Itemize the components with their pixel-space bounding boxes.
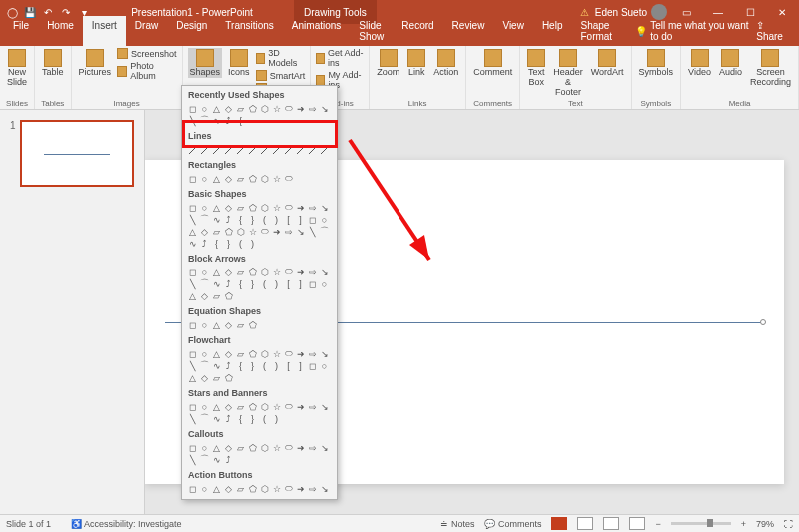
3d-models-button[interactable]: 3D Models [256,48,306,68]
shape-option[interactable]: ◻ [187,319,198,330]
shape-option[interactable]: ⤴ [223,454,234,465]
shape-option[interactable]: ○ [199,348,210,359]
shape-option[interactable]: } [247,278,258,289]
shape-option[interactable]: ➜ [295,442,306,453]
shape-option[interactable]: ⬡ [259,266,270,277]
tab-shape-format[interactable]: Shape Format [571,16,621,46]
shape-option[interactable] [247,144,258,155]
shape-option[interactable]: ◇ [223,103,234,114]
shape-option[interactable]: ⬡ [259,202,270,213]
shape-option[interactable]: } [247,360,258,371]
icons-button[interactable]: Icons [226,48,252,78]
shape-option[interactable]: ⇨ [307,348,318,359]
symbols-button[interactable]: Symbols [637,48,676,78]
shape-option[interactable]: ╲ [187,115,198,126]
shape-option[interactable]: ⬭ [283,173,294,184]
shape-option[interactable]: ○ [319,278,330,289]
shape-option[interactable]: ➜ [295,202,306,213]
shape-option[interactable]: ⬭ [283,442,294,453]
shape-option[interactable]: ⌒ [319,226,330,237]
shape-option[interactable]: { [235,413,246,424]
normal-view-button[interactable] [551,517,567,530]
shape-option[interactable]: ( [259,214,270,225]
slideshow-view-button[interactable] [629,517,645,530]
zoom-in-button[interactable]: + [741,519,746,529]
link-button[interactable]: Link [405,48,427,78]
shape-option[interactable]: ▱ [211,226,222,237]
shape-option[interactable]: { [235,278,246,289]
shape-option[interactable]: { [235,115,246,126]
shape-option[interactable] [295,144,306,155]
shape-option[interactable]: ⇨ [283,226,294,237]
shape-option[interactable]: ⬠ [247,266,258,277]
shape-option[interactable] [271,144,282,155]
shape-option[interactable]: ∿ [211,115,222,126]
shape-option[interactable]: ╲ [187,278,198,289]
tab-insert[interactable]: Insert [83,16,126,46]
shape-option[interactable]: ↘ [319,348,330,359]
tab-file[interactable]: File [4,16,38,46]
shape-option[interactable] [199,144,210,155]
shape-option[interactable]: ◻ [187,401,198,412]
shape-option[interactable]: } [247,413,258,424]
shape-option[interactable]: ○ [199,202,210,213]
shape-option[interactable]: ⬡ [235,226,246,237]
shape-option[interactable]: ◻ [187,173,198,184]
shape-option[interactable]: ⬠ [247,483,258,494]
shape-option[interactable]: } [223,238,234,249]
shape-option[interactable]: ☆ [271,483,282,494]
shape-option[interactable]: ○ [199,266,210,277]
shape-option[interactable]: } [247,214,258,225]
shape-option[interactable]: ↘ [319,202,330,213]
shape-option[interactable]: △ [187,372,198,383]
shape-option[interactable] [211,144,222,155]
shape-option[interactable]: { [235,360,246,371]
shape-option[interactable]: ( [259,278,270,289]
shape-option[interactable]: ⬠ [247,401,258,412]
screen-recording-button[interactable]: ScreenRecording [748,48,793,88]
zoom-out-button[interactable]: − [655,519,660,529]
shape-option[interactable]: ] [295,214,306,225]
shape-option[interactable]: ◇ [223,173,234,184]
shape-option[interactable]: △ [211,266,222,277]
tab-review[interactable]: Review [443,16,494,46]
shape-option[interactable]: ╲ [307,226,318,237]
shape-option[interactable]: ⬭ [283,348,294,359]
shape-option[interactable]: ◇ [223,442,234,453]
shape-option[interactable]: ⬠ [247,348,258,359]
shape-option[interactable]: ╲ [187,360,198,371]
shape-option[interactable]: ➜ [295,103,306,114]
shape-option[interactable]: ↘ [319,483,330,494]
shape-option[interactable] [307,144,318,155]
share-button[interactable]: ⇪ Share [756,20,789,42]
shape-option[interactable]: ◻ [307,214,318,225]
shape-option[interactable]: ] [295,360,306,371]
shape-option[interactable]: ⬠ [223,372,234,383]
shape-option[interactable]: ) [247,238,258,249]
shape-option[interactable]: ➜ [295,401,306,412]
shape-option[interactable]: ○ [199,442,210,453]
shape-option[interactable]: ☆ [271,442,282,453]
shape-option[interactable]: ⬡ [259,173,270,184]
shape-option[interactable]: ⬠ [223,226,234,237]
tab-help[interactable]: Help [533,16,572,46]
shape-option[interactable]: { [211,238,222,249]
shape-option[interactable]: ◻ [307,278,318,289]
shape-option[interactable]: ◻ [187,483,198,494]
tab-slide-show[interactable]: Slide Show [350,16,393,46]
shape-option[interactable]: ⬭ [283,202,294,213]
shape-option[interactable]: ☆ [271,401,282,412]
shape-option[interactable]: ⬭ [283,266,294,277]
shape-option[interactable] [223,144,234,155]
shape-option[interactable]: ) [271,413,282,424]
shape-option[interactable]: △ [211,483,222,494]
tab-draw[interactable]: Draw [126,16,167,46]
audio-button[interactable]: Audio [717,48,744,78]
shape-option[interactable]: ∿ [211,214,222,225]
shape-option[interactable] [187,144,198,155]
shape-option[interactable]: ⌒ [199,413,210,424]
shape-option[interactable]: ○ [199,319,210,330]
shape-option[interactable]: [ [283,278,294,289]
get-add-ins-button[interactable]: Get Add-ins [316,48,364,68]
shape-option[interactable]: ↘ [319,103,330,114]
